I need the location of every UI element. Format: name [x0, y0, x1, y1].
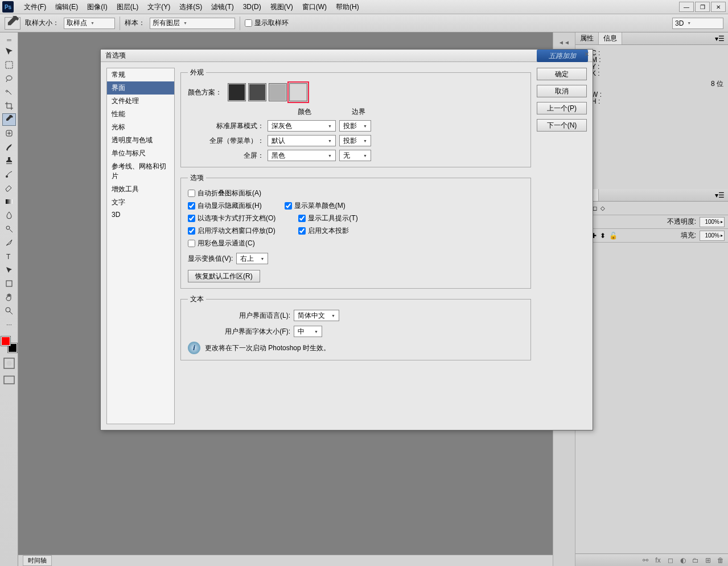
fx-icon[interactable]: fx — [654, 556, 662, 564]
prefs-interface[interactable]: 界面 — [107, 81, 174, 95]
info-panel: ✎ C :M :Y :K : 8 位 + W :H : — [575, 45, 728, 109]
channels-menu-icon[interactable]: ▾☰ — [711, 191, 728, 199]
window-maximize[interactable]: ❐ — [695, 2, 710, 12]
chk-tooltips[interactable]: 显示工具提示(T) — [298, 214, 357, 223]
prefs-transparency[interactable]: 透明度与色域 — [107, 134, 174, 147]
toolbox-grip[interactable] — [7, 39, 11, 42]
prefs-cursors[interactable]: 光标 — [107, 121, 174, 134]
shape-tool[interactable] — [2, 277, 16, 290]
prefs-units[interactable]: 单位与标尺 — [107, 147, 174, 160]
blur-tool[interactable] — [2, 209, 16, 222]
hand-tool[interactable] — [2, 291, 16, 303]
screenmode-toggle[interactable] — [2, 374, 16, 387]
pen-tool[interactable] — [2, 236, 16, 249]
menu-file[interactable]: 文件(F) — [19, 1, 51, 13]
new-layer-icon[interactable]: ⊞ — [704, 556, 712, 564]
scheme-dark1[interactable] — [228, 83, 246, 101]
heal-tool[interactable] — [2, 127, 16, 140]
zoom-tool[interactable] — [2, 305, 16, 317]
path-select-tool[interactable] — [2, 264, 16, 276]
menu-layer[interactable]: 图层(L) — [112, 1, 143, 13]
menu-select[interactable]: 选择(S) — [175, 1, 207, 13]
chk-tabdoc[interactable]: 以选项卡方式打开文档(O) — [188, 214, 275, 223]
right-panel-dock: 属性 信息 ▾☰ ✎ C :M :Y :K : 8 位 + W :H : 通道 … — [575, 32, 728, 566]
brush-tool[interactable] — [2, 141, 16, 153]
info-tab[interactable]: 信息 — [599, 32, 622, 44]
reset-workspace-button[interactable]: 恢复默认工作区(R) — [188, 270, 260, 282]
ok-button[interactable]: 确定 — [537, 68, 587, 80]
chk-autoshow[interactable]: 自动显示隐藏面板(H) — [188, 201, 262, 211]
ui-fontsize-select[interactable]: 中 — [294, 326, 322, 337]
chk-autocollapse[interactable]: 自动折叠图标面板(A) — [188, 188, 261, 198]
menu-help[interactable]: 帮助(H) — [331, 1, 364, 13]
prefs-3d[interactable]: 3D — [107, 209, 174, 220]
next-button[interactable]: 下一个(N) — [537, 119, 587, 132]
adjustment-icon[interactable]: ◐ — [679, 556, 687, 564]
chk-colorchannels[interactable]: 用彩色显示通道(C) — [188, 239, 255, 248]
full-border-select[interactable]: 无 — [339, 150, 371, 161]
prefs-type[interactable]: 文字 — [107, 196, 174, 209]
fill-input[interactable]: 100% — [700, 231, 725, 241]
type-tool[interactable]: T — [2, 250, 16, 263]
mask-icon[interactable]: ◻ — [667, 556, 674, 564]
window-minimize[interactable]: — — [679, 2, 694, 12]
timeline-tab[interactable]: 时间轴 — [23, 555, 52, 566]
prefs-filehandling[interactable]: 文件处理 — [107, 95, 174, 108]
group-icon[interactable]: 🗀 — [692, 556, 700, 564]
fullmenu-border-select[interactable]: 投影 — [339, 135, 371, 146]
move-tool[interactable] — [2, 45, 16, 58]
prefs-performance[interactable]: 性能 — [107, 108, 174, 121]
fullmenu-color-select[interactable]: 默认 — [268, 135, 336, 146]
trash-icon[interactable]: 🗑 — [717, 556, 725, 564]
chk-menucolor[interactable]: 显示菜单颜色(M) — [285, 201, 346, 211]
window-close[interactable]: ✕ — [711, 2, 726, 12]
quickmask-toggle[interactable] — [2, 357, 16, 370]
marquee-tool[interactable] — [2, 59, 16, 71]
ui-language-select[interactable]: 简体中文 — [294, 310, 339, 321]
wand-tool[interactable] — [2, 86, 16, 99]
chk-floatdock[interactable]: 启用浮动文档窗口停放(D) — [188, 226, 275, 236]
menu-image[interactable]: 图像(I) — [83, 1, 112, 13]
scheme-light1[interactable] — [269, 83, 287, 101]
eyedropper-icon[interactable] — [5, 17, 20, 30]
dodge-tool[interactable] — [2, 223, 16, 235]
sample-size-select[interactable]: 取样点 — [64, 18, 115, 29]
menu-view[interactable]: 视图(V) — [266, 1, 298, 13]
menu-window[interactable]: 窗口(W) — [298, 1, 331, 13]
std-color-select[interactable]: 深灰色 — [268, 120, 336, 132]
scheme-dark2[interactable] — [248, 83, 266, 101]
lasso-tool[interactable] — [2, 72, 16, 85]
prev-button[interactable]: 上一个(P) — [537, 102, 587, 114]
link-icon[interactable]: ⚯ — [641, 556, 649, 564]
cancel-button[interactable]: 取消 — [537, 85, 587, 97]
sample-select[interactable]: 所有图层 — [150, 18, 235, 29]
transform-value-select[interactable]: 右上 — [236, 253, 268, 264]
stamp-tool[interactable] — [2, 154, 16, 167]
menu-type[interactable]: 文字(Y) — [143, 1, 175, 13]
eyedropper-tool[interactable] — [2, 113, 16, 126]
menu-edit[interactable]: 编辑(E) — [51, 1, 83, 13]
history-brush-tool[interactable] — [2, 168, 16, 181]
show-ring-check[interactable]: 显示取样环 — [245, 18, 289, 28]
chk-textshadow[interactable]: 启用文本投影 — [298, 226, 349, 236]
foreground-color-swatch[interactable] — [1, 337, 10, 346]
full-color-select[interactable]: 黑色 — [268, 150, 336, 161]
menu-3d[interactable]: 3D(D) — [238, 2, 266, 12]
3d-mode-select[interactable]: 3D — [672, 18, 723, 29]
color-swatches[interactable] — [1, 337, 17, 352]
eraser-tool[interactable] — [2, 182, 16, 194]
prefs-guides[interactable]: 参考线、网格和切片 — [107, 160, 174, 183]
prefs-plugins[interactable]: 增效工具 — [107, 183, 174, 196]
scheme-light2[interactable] — [289, 83, 307, 101]
menu-filter[interactable]: 滤镜(T) — [207, 1, 238, 13]
std-border-select[interactable]: 投影 — [339, 120, 371, 132]
fill-label: 填充: — [681, 231, 696, 240]
gradient-tool[interactable] — [2, 195, 16, 208]
prefs-general[interactable]: 常规 — [107, 68, 174, 81]
crop-tool[interactable] — [2, 100, 16, 112]
panel-menu-icon[interactable]: ▾☰ — [711, 35, 728, 43]
edit-toolbar[interactable]: ⋯ — [2, 318, 16, 331]
properties-tab[interactable]: 属性 — [575, 32, 599, 44]
opacity-input[interactable]: 100% — [700, 217, 725, 227]
dialog-close-icon[interactable]: × — [585, 50, 589, 59]
